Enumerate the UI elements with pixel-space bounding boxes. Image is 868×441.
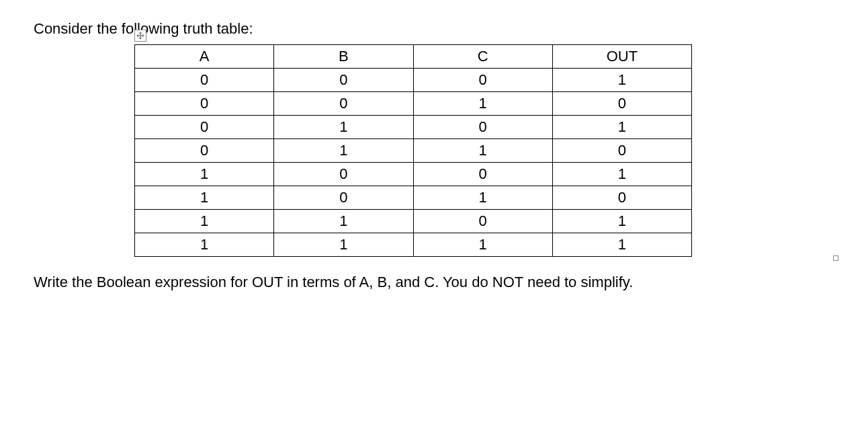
table-wrapper: A B C OUT 0 0 0 1 0 0 1 0 0 1 0 1 0 1 1 … — [134, 44, 834, 257]
table-cell: 0 — [135, 116, 274, 139]
table-row: 1 1 0 1 — [135, 210, 692, 233]
truth-table: A B C OUT 0 0 0 1 0 0 1 0 0 1 0 1 0 1 1 … — [134, 44, 692, 257]
table-cell: 1 — [552, 210, 691, 233]
table-cell: 0 — [413, 69, 552, 92]
header-cell: OUT — [552, 45, 691, 69]
table-row: A B C OUT — [135, 45, 692, 69]
table-row: 1 0 1 0 — [135, 186, 692, 210]
header-cell: A — [135, 45, 274, 69]
table-cell: 1 — [135, 210, 274, 233]
table-anchor-icon[interactable] — [134, 30, 146, 42]
table-row: 0 1 1 0 — [135, 139, 692, 163]
table-cell: 0 — [413, 163, 552, 186]
table-resize-handle-icon[interactable] — [833, 255, 838, 261]
table-cell: 1 — [413, 92, 552, 116]
table-cell: 0 — [274, 163, 413, 186]
conclusion-text: Write the Boolean expression for OUT in … — [34, 274, 834, 291]
table-cell: 0 — [274, 186, 413, 210]
table-cell: 0 — [552, 139, 691, 163]
table-row: 1 0 0 1 — [135, 163, 692, 186]
table-row: 1 1 1 1 — [135, 233, 692, 257]
table-cell: 0 — [413, 116, 552, 139]
table-row: 0 1 0 1 — [135, 116, 692, 139]
table-cell: 1 — [135, 186, 274, 210]
table-cell: 1 — [413, 139, 552, 163]
table-cell: 0 — [135, 92, 274, 116]
table-cell: 1 — [413, 233, 552, 257]
table-row: 0 0 0 1 — [135, 69, 692, 92]
table-cell: 1 — [274, 210, 413, 233]
table-cell: 1 — [552, 69, 691, 92]
header-cell: C — [413, 45, 552, 69]
table-cell: 0 — [274, 69, 413, 92]
table-row: 0 0 1 0 — [135, 92, 692, 116]
intro-text: Consider the following truth table: — [34, 20, 834, 38]
table-cell: 0 — [552, 186, 691, 210]
table-cell: 1 — [274, 116, 413, 139]
table-cell: 1 — [552, 233, 691, 257]
table-cell: 1 — [135, 163, 274, 186]
table-cell: 1 — [135, 233, 274, 257]
table-cell: 0 — [135, 139, 274, 163]
table-cell: 0 — [552, 92, 691, 116]
table-cell: 1 — [413, 186, 552, 210]
header-cell: B — [274, 45, 413, 69]
table-cell: 0 — [135, 69, 274, 92]
table-cell: 1 — [274, 233, 413, 257]
table-cell: 0 — [413, 210, 552, 233]
table-cell: 0 — [274, 92, 413, 116]
table-cell: 1 — [552, 163, 691, 186]
table-cell: 1 — [274, 139, 413, 163]
table-cell: 1 — [552, 116, 691, 139]
